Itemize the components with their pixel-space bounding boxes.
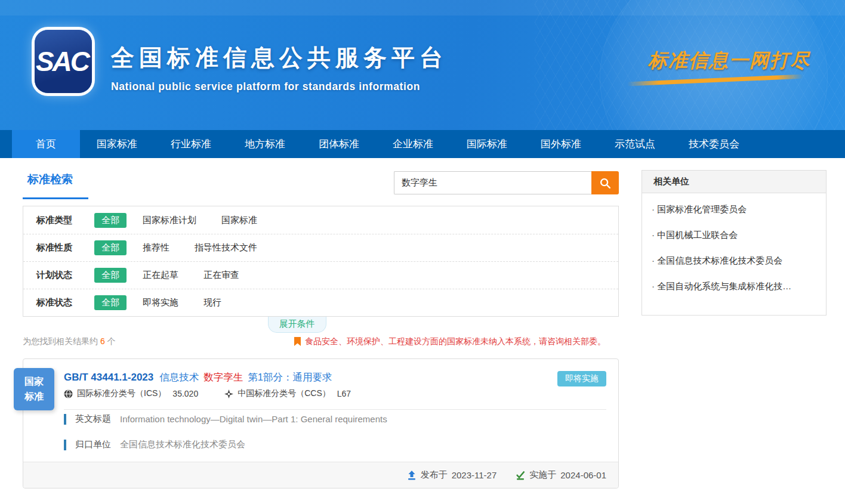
committee-value: 全国信息技术标准化技术委员会 <box>120 439 245 450</box>
filter-option[interactable]: 推荐性 <box>143 242 169 253</box>
filter-row-standard-status: 标准状态 全部 即将实施 现行 <box>23 289 618 316</box>
sac-logo: SAC <box>35 30 92 93</box>
related-organizations-title: 相关单位 <box>642 171 826 193</box>
filter-label: 标准性质 <box>36 242 94 253</box>
main-nav: 首页 国家标准 行业标准 地方标准 团体标准 企业标准 国际标准 国外标准 示范… <box>0 130 845 158</box>
filter-panel: 标准类型 全部 国家标准计划 国家标准 标准性质 全部 推荐性 指导性技术文件 … <box>23 206 619 317</box>
nav-item-local-standards[interactable]: 地方标准 <box>228 130 302 158</box>
ics-classification: 国际标准分类号（ICS）35.020 <box>64 388 198 399</box>
standard-title[interactable]: GB/T 43441.1-2023信息技术数字孪生第1部分：通用要求 <box>64 371 332 384</box>
filter-row-standard-type: 标准类型 全部 国家标准计划 国家标准 <box>23 206 618 234</box>
search-icon <box>599 177 612 190</box>
tab-standard-search[interactable]: 标准检索 <box>23 170 88 199</box>
site-header: SAC 全国标准信息公共服务平台 National public service… <box>0 0 845 130</box>
search-keyword-highlight: 数字孪生 <box>203 372 243 382</box>
filter-all-button[interactable]: 全部 <box>94 295 127 310</box>
ccs-classification: 中国标准分类号（CCS）L67 <box>224 388 351 399</box>
filter-option[interactable]: 正在审查 <box>203 270 239 281</box>
nav-item-pilot[interactable]: 示范试点 <box>598 130 672 158</box>
result-count: 为您找到相关结果约6个 <box>23 336 116 347</box>
filter-all-button[interactable]: 全部 <box>94 240 127 255</box>
published-date: 发布于2023-11-27 <box>407 469 497 481</box>
english-title-value: Information technology—Digital twin—Part… <box>120 414 387 424</box>
english-title-row: 英文标题 Information technology—Digital twin… <box>64 413 606 425</box>
standard-code[interactable]: GB/T 43441.1-2023 <box>64 372 153 383</box>
nav-item-foreign-standards[interactable]: 国外标准 <box>524 130 598 158</box>
filter-label: 计划状态 <box>36 270 94 281</box>
standard-result-card: 国家标准 GB/T 43441.1-2023信息技术数字孪生第1部分：通用要求 … <box>23 358 619 488</box>
standard-type-badge: 国家标准 <box>14 368 54 410</box>
filter-option[interactable]: 国家标准 <box>221 215 257 226</box>
bookmark-icon <box>294 337 301 347</box>
nav-item-enterprise-standards[interactable]: 企业标准 <box>376 130 450 158</box>
filter-option[interactable]: 正在起草 <box>143 270 178 281</box>
expand-conditions-button[interactable]: 展开条件 <box>268 317 326 333</box>
filter-label: 标准状态 <box>36 297 94 308</box>
sac-logo-text: SAC <box>36 45 91 78</box>
publish-icon <box>407 471 417 480</box>
status-badge: 即将实施 <box>557 371 606 386</box>
related-org-item[interactable]: 全国信息技术标准化技术委员会 <box>642 248 826 274</box>
filter-all-button[interactable]: 全部 <box>94 213 127 228</box>
related-org-item[interactable]: 中国机械工业联合会 <box>642 222 826 248</box>
committee-row: 归口单位 全国信息技术标准化技术委员会 <box>64 439 606 450</box>
filter-option[interactable]: 指导性技术文件 <box>195 242 257 253</box>
site-title: 全国标准信息公共服务平台 <box>111 42 448 74</box>
check-icon <box>516 471 525 480</box>
compass-icon <box>224 389 233 398</box>
filter-row-standard-nature: 标准性质 全部 推荐性 指导性技术文件 <box>23 234 618 261</box>
related-org-item[interactable]: 全国自动化系统与集成标准化技… <box>642 274 826 299</box>
filter-option[interactable]: 现行 <box>203 297 221 308</box>
result-count-number: 6 <box>100 336 105 346</box>
globe-icon <box>64 389 73 398</box>
notice-text: 食品安全、环境保护、工程建设方面的国家标准未纳入本系统，请咨询相关部委。 <box>294 336 619 347</box>
filter-label: 标准类型 <box>36 215 94 226</box>
nav-item-international-standards[interactable]: 国际标准 <box>450 130 524 158</box>
filter-option[interactable]: 即将实施 <box>143 297 178 308</box>
nav-item-industry-standards[interactable]: 行业标准 <box>154 130 228 158</box>
search-button[interactable] <box>591 171 619 194</box>
related-organizations-panel: 相关单位 国家标准化管理委员会 中国机械工业联合会 全国信息技术标准化技术委员会… <box>642 170 827 316</box>
filter-row-plan-status: 计划状态 全部 正在起草 正在审查 <box>23 261 618 289</box>
nav-item-national-standards[interactable]: 国家标准 <box>80 130 154 158</box>
search-input[interactable] <box>394 171 591 194</box>
related-org-item[interactable]: 国家标准化管理委员会 <box>642 197 826 222</box>
filter-all-button[interactable]: 全部 <box>94 268 127 283</box>
slogan-text: 标准信息一网打尽 <box>648 48 810 74</box>
card-footer: 发布于2023-11-27 实施于2024-06-01 <box>23 462 618 488</box>
attr-bar <box>64 414 66 425</box>
nav-item-home[interactable]: 首页 <box>12 130 80 158</box>
card-divider <box>64 409 606 410</box>
filter-option[interactable]: 国家标准计划 <box>143 215 196 226</box>
implemented-date: 实施于2024-06-01 <box>516 469 606 481</box>
attr-bar <box>64 440 66 450</box>
nav-item-group-standards[interactable]: 团体标准 <box>302 130 376 158</box>
site-subtitle: National public service platform for sta… <box>111 81 448 93</box>
nav-item-technical-committee[interactable]: 技术委员会 <box>672 130 756 158</box>
